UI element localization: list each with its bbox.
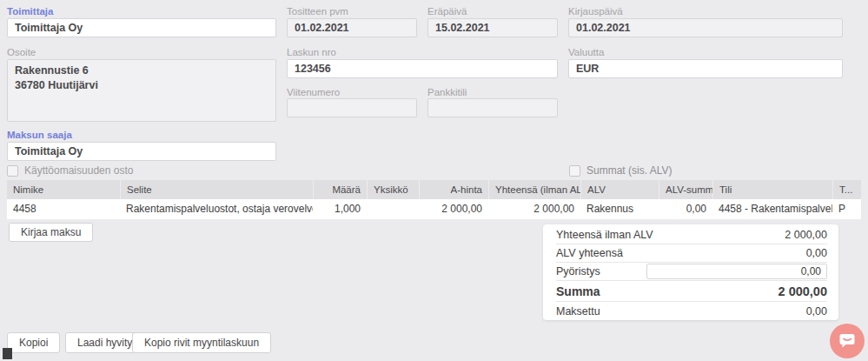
supplier-label: Toimittaja: [7, 6, 53, 17]
summary-value: 0,00: [806, 305, 827, 318]
chat-bubble-smile-icon: [838, 331, 857, 351]
summary-label: Summa: [556, 284, 600, 298]
fixed-asset-purchase-label: Käyttöomaisuuden osto: [24, 164, 133, 177]
summary-row-paid: Maksettu 0,00: [556, 302, 827, 320]
summary-label: Yhteensä ilman ALV: [556, 229, 653, 241]
due-date-input[interactable]: [427, 18, 558, 37]
cell-yhteensa[interactable]: 2 000,00: [488, 199, 580, 219]
summary-row-vat-total: ALV yhteensä 0,00: [556, 244, 827, 263]
copy-rows-to-sales-invoice-button[interactable]: Kopio rivit myyntilaskuun: [132, 332, 271, 353]
summary-value: 0,00: [806, 247, 827, 259]
amounts-incl-vat-checkbox[interactable]: Summat (sis. ALV): [569, 164, 672, 177]
purchase-invoice-page: { "fields": { "toimittaja": { "label": "…: [0, 0, 868, 361]
cell-tyyppi[interactable]: P: [832, 199, 861, 219]
reference-number-label: Viitenumero: [287, 87, 340, 97]
cell-maara[interactable]: 1,000: [313, 199, 367, 219]
checkbox-icon[interactable]: [7, 165, 18, 177]
column-header-alv-summa: ALV-summa: [659, 180, 712, 199]
payee-input[interactable]: [7, 142, 276, 161]
corner-square: [3, 348, 12, 359]
amounts-incl-vat-label: Summat (sis. ALV): [586, 164, 672, 177]
bank-account-input[interactable]: [427, 98, 558, 117]
posting-date-label: Kirjauspäivä: [568, 6, 623, 17]
reference-number-input[interactable]: [287, 98, 417, 117]
cell-selite[interactable]: Rakentamispalveluostot, ostaja verovelvo…: [120, 199, 313, 219]
column-header-selite: Selite: [120, 180, 313, 199]
invoice-number-input[interactable]: [287, 59, 558, 78]
document-date-label: Tositteen pvm: [287, 6, 348, 17]
column-header-tili: Tili: [712, 180, 832, 199]
due-date-label: Eräpäivä: [427, 6, 467, 17]
column-header-a-hinta: A-hinta: [419, 180, 488, 199]
checkbox-icon[interactable]: [569, 165, 580, 177]
summary-row-total: Summa 2 000,00: [556, 281, 827, 302]
cell-alv[interactable]: Rakennus: [580, 199, 659, 219]
summary-row-rounding: Pyöristys 0,00: [556, 263, 827, 281]
cell-tili[interactable]: 4458 - Rakentamispalveluostot, os: [712, 199, 832, 219]
chat-button[interactable]: [830, 324, 865, 358]
bank-account-label: Pankkitili: [427, 87, 467, 97]
address-textarea[interactable]: Rakennustie 6 36780 Huutijärvi: [7, 59, 276, 122]
copy-button[interactable]: Kopioi: [7, 332, 60, 353]
column-header-tyyppi: T...: [832, 180, 861, 199]
rounding-input[interactable]: 0,00: [646, 264, 827, 279]
table-row[interactable]: 4458 Rakentamispalveluostot, ostaja vero…: [7, 199, 861, 219]
column-header-yhteensa: Yhteensä (ilman ALV:ia): [488, 180, 580, 199]
cell-a-hinta[interactable]: 2 000,00: [419, 199, 488, 219]
document-date-input[interactable]: [287, 18, 417, 37]
cell-yksikko[interactable]: [367, 199, 419, 219]
cell-alv-summa[interactable]: 0,00: [659, 199, 712, 219]
totals-summary-card: Yhteensä ilman ALV 2 000,00 ALV yhteensä…: [543, 224, 838, 320]
cell-nimike[interactable]: 4458: [7, 199, 120, 219]
table-header-row: Nimike Selite Määrä Yksikkö A-hinta Yhte…: [7, 180, 861, 199]
address-label: Osoite: [7, 47, 36, 57]
summary-label: Maksettu: [556, 305, 600, 318]
column-header-nimike: Nimike: [7, 180, 120, 199]
invoice-number-label: Laskun nro: [287, 47, 336, 57]
column-header-alv: ALV: [580, 180, 659, 199]
column-header-yksikko: Yksikkö: [367, 180, 419, 199]
invoice-lines-table: Nimike Selite Määrä Yksikkö A-hinta Yhte…: [7, 180, 861, 219]
supplier-input[interactable]: [7, 18, 276, 37]
summary-value: 2 000,00: [785, 229, 827, 241]
payee-label: Maksun saaja: [7, 130, 72, 140]
summary-value: 2 000,00: [779, 284, 827, 298]
summary-label: Pyöristys: [556, 265, 600, 277]
column-header-maara: Määrä: [313, 180, 367, 199]
currency-input[interactable]: [568, 59, 843, 78]
summary-row-total-excl-vat: Yhteensä ilman ALV 2 000,00: [556, 226, 827, 244]
summary-label: ALV yhteensä: [556, 247, 623, 259]
posting-date-input[interactable]: [568, 18, 843, 37]
fixed-asset-purchase-checkbox[interactable]: Käyttöomaisuuden osto: [7, 164, 133, 177]
currency-label: Valuutta: [568, 47, 604, 57]
record-payment-button[interactable]: Kirjaa maksu: [9, 223, 93, 242]
